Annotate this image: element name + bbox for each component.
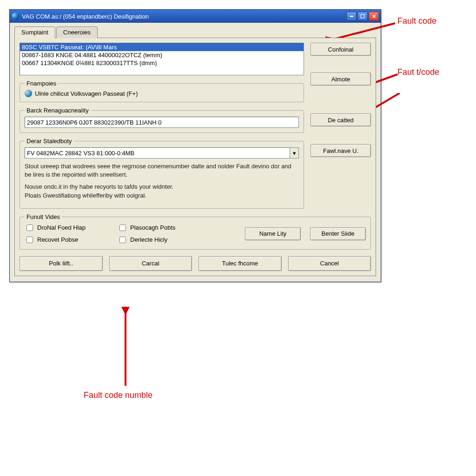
derar-desc2: Nouse ondc.it in thy habe recyorts to ta… xyxy=(25,183,299,199)
app-icon xyxy=(12,13,19,20)
derar-legend: Derar Staledboty xyxy=(25,138,74,145)
globe-icon xyxy=(25,90,32,97)
tab-sumplaint[interactable]: Sumplaint xyxy=(14,26,55,38)
carcal-button[interactable]: Carcal xyxy=(109,256,192,271)
fawlnave-button[interactable]: Fawl.nave U. xyxy=(311,144,371,157)
tab-panel: 80SC VSBTC Passeat: (AV\8l Mars 00867-16… xyxy=(14,38,376,276)
chevron-down-icon[interactable]: ▾ xyxy=(290,147,299,159)
almote-button[interactable]: Almote xyxy=(311,73,371,86)
funult-legend: Funult Vides xyxy=(25,213,62,220)
tulec-button[interactable]: Tulec fhcome xyxy=(198,256,282,271)
titlebar[interactable]: VAG COM.as:/ (054 enplandberc) Desifigna… xyxy=(10,10,381,23)
barck-input[interactable] xyxy=(25,117,299,128)
tab-cneeroies[interactable]: Cneeroies xyxy=(56,26,98,38)
derar-desc1: Stout ureeep that wodrees seee the regrn… xyxy=(25,162,299,179)
polk-button[interactable]: Polk liift.. xyxy=(20,256,103,271)
decatted-button[interactable]: De catted xyxy=(311,113,371,126)
check-recovet[interactable]: Recovet Pobse xyxy=(25,235,108,245)
barck-group: Barck Renaguacneality xyxy=(20,107,304,133)
frampoies-text: Ulnle chilicut Volksvagen Passeat (F+) xyxy=(35,90,138,97)
list-item[interactable]: 00867-1683 KNGE 04:4881 44000022OTCZ (te… xyxy=(20,51,304,59)
fault-list[interactable]: 80SC VSBTC Passeat: (AV\8l Mars 00867-16… xyxy=(20,43,304,75)
confoinal-button[interactable]: Confoinal xyxy=(311,43,371,56)
check-dronal[interactable]: DroNal Foed Hlap xyxy=(25,223,108,232)
derar-group: Derar Staledboty ▾ Stout ureeep that wod… xyxy=(20,138,304,209)
barck-legend: Barck Renaguacneality xyxy=(25,107,91,114)
derar-input[interactable] xyxy=(25,147,290,159)
check-derlecte[interactable]: Derlecte Hicly xyxy=(118,235,201,245)
maximize-button[interactable]: ☐ xyxy=(357,12,368,21)
check-plasocagh[interactable]: Plasocagh Pobts xyxy=(118,223,201,232)
bottom-button-row: Polk liift.. Carcal Tulec fhcome Cancel xyxy=(20,256,371,271)
funult-group: Funult Vides DroNal Foed Hlap Plasocagh … xyxy=(20,213,371,250)
dialog-window: VAG COM.as:/ (054 enplandberc) Desifigna… xyxy=(9,9,381,282)
derar-combo[interactable]: ▾ xyxy=(25,147,299,159)
frampoies-group: Fnampoies Ulnle chilicut Volksvagen Pass… xyxy=(20,80,304,102)
minimize-button[interactable]: ━ xyxy=(346,12,357,21)
arrow-icon xyxy=(119,307,137,390)
tab-strip: Sumplaint Cneeroies xyxy=(14,26,376,38)
name-lity-button[interactable]: Name Lity xyxy=(245,227,301,240)
frampoies-legend: Fnampoies xyxy=(25,80,58,87)
annotation-fault-code: Fault code xyxy=(397,16,436,26)
annotation-fault-code-numble: Fault code numble xyxy=(84,390,152,400)
benter-siide-button[interactable]: Benter Siide xyxy=(310,227,366,240)
window-title: VAG COM.as:/ (054 enplandberc) Desifigna… xyxy=(22,13,346,20)
close-button[interactable]: ✕ xyxy=(369,12,379,21)
annotation-faut-tcode: Faut t/code xyxy=(397,67,439,77)
list-item[interactable]: 00667 11304KNGE 0¼881 823000317TTS (dmm) xyxy=(20,59,304,67)
list-item[interactable]: 80SC VSBTC Passeat: (AV\8l Mars xyxy=(20,43,304,51)
cancel-button[interactable]: Cancel xyxy=(288,256,371,271)
